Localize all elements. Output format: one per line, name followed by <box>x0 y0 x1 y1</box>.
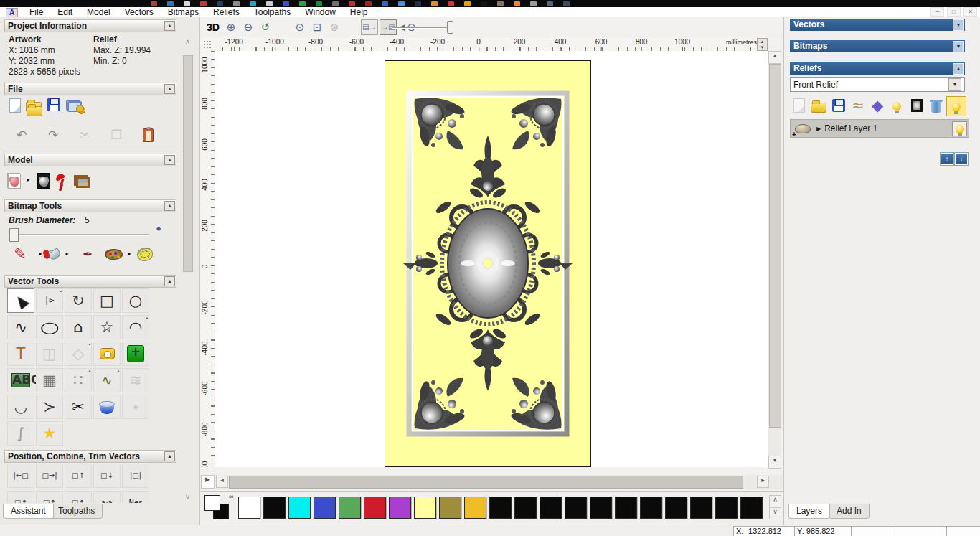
colour-swatch[interactable] <box>238 497 260 519</box>
zoom-out-icon[interactable]: ⊖ <box>240 19 257 35</box>
invert-relief-icon[interactable] <box>37 173 50 188</box>
text-on-curve-tool[interactable]: ABC <box>7 368 34 392</box>
set-model-size-icon[interactable] <box>7 173 20 188</box>
offset-vectors-tool[interactable]: ◇ <box>65 342 92 366</box>
scroll-down-icon[interactable]: ∨ <box>182 492 193 503</box>
project-information-header[interactable]: Project Information ▲ <box>4 19 176 32</box>
block-copy-icon[interactable]: □↑ <box>65 491 92 503</box>
scroll-right-icon[interactable]: ▸ <box>757 476 769 488</box>
save-model-icon[interactable] <box>47 98 60 111</box>
colour-swatch[interactable] <box>540 497 562 519</box>
new-relief-layer-icon[interactable] <box>790 96 809 115</box>
taskbar-app-icon[interactable] <box>167 1 174 6</box>
center-in-page-icon[interactable]: □↑ <box>7 491 34 503</box>
collapse-icon[interactable]: ▲ <box>164 155 175 165</box>
bisector-tool[interactable]: ≻ <box>36 395 63 419</box>
taskbar-app-icon[interactable] <box>563 1 570 6</box>
paste-icon[interactable] <box>135 123 161 146</box>
zoom-object-icon[interactable]: ⊛ <box>326 19 343 35</box>
play-animation-icon[interactable]: ▶ <box>201 475 215 489</box>
wrap-vectors-tool[interactable]: ★ <box>36 421 63 446</box>
colour-swatch[interactable] <box>565 497 587 519</box>
dropdown-arrow-icon[interactable]: ▼ <box>948 78 961 91</box>
colour-swatch[interactable] <box>263 497 286 519</box>
align-top-page-icon[interactable]: □↑ <box>36 491 63 503</box>
align-bottom-icon[interactable]: □↓ <box>93 464 121 488</box>
tab-add-in[interactable]: Add In <box>829 504 870 519</box>
view-zoom-slider-handle[interactable] <box>447 21 453 34</box>
collapse-icon[interactable]: ▲ <box>164 21 175 31</box>
taskbar-app-icon[interactable] <box>481 1 487 6</box>
brush-slider-handle[interactable] <box>9 228 19 242</box>
relief-layer-name[interactable]: Relief Layer 1 <box>824 123 877 133</box>
taskbar-app-icon[interactable] <box>349 1 355 6</box>
relief-select-dropdown[interactable]: Front Relief <box>790 77 965 92</box>
vector-doctor-tool[interactable] <box>93 395 121 419</box>
greyscale-relief-icon[interactable] <box>908 96 926 115</box>
taskbar-app-icon[interactable] <box>233 1 240 6</box>
assistant-scrollbar[interactable]: ∧ ∨ <box>182 37 193 503</box>
layer-visibility-button[interactable] <box>952 121 967 136</box>
node-editing-tool[interactable]: │⊳ <box>36 288 63 313</box>
menu-item[interactable]: File <box>22 8 50 17</box>
relief-clipart-icon[interactable]: ≈ <box>849 96 867 115</box>
taskbar-app-icon[interactable] <box>184 1 190 6</box>
paint-icon[interactable]: ✎ <box>7 243 33 265</box>
taskbar-app-icon[interactable] <box>398 1 405 6</box>
center-horizontal-icon[interactable]: |□| <box>122 464 149 488</box>
trim-vectors-tool[interactable]: ✂ <box>65 395 92 419</box>
taskbar-app-icon[interactable] <box>250 1 256 6</box>
bitmaps-panel-header[interactable]: Bitmaps ▼ <box>790 40 965 52</box>
view-zoom-slider[interactable] <box>392 27 450 29</box>
colour-swatch[interactable] <box>389 497 411 519</box>
collapse-icon[interactable]: ▲ <box>164 451 175 461</box>
reliefs-panel-header[interactable]: Reliefs ▲ <box>790 62 965 75</box>
align-top-icon[interactable]: □↑ <box>65 464 92 488</box>
create-star-tool[interactable]: ☆ <box>93 315 121 339</box>
copy-icon[interactable]: ❐ <box>103 123 129 146</box>
create-circle-tool[interactable]: ○ <box>122 288 149 313</box>
taskbar-app-icon[interactable] <box>332 1 339 6</box>
taskbar-app-icon[interactable] <box>365 1 372 6</box>
flyout-arrow-icon[interactable]: ▸ <box>25 169 32 192</box>
wrap-text-tool[interactable]: ◫ <box>36 342 63 366</box>
colour-swatch[interactable] <box>715 497 738 519</box>
taskbar-app-icon[interactable] <box>151 1 157 6</box>
snap-grid-toggle-icon[interactable]: ▤→ <box>361 19 378 35</box>
scrollbar-thumb[interactable] <box>229 476 743 489</box>
colour-swatch[interactable] <box>489 497 512 519</box>
move-layer-down-button[interactable]: ↓ <box>955 153 968 165</box>
relief-layer-row[interactable]: + ▶ Relief Layer 1 <box>790 119 969 138</box>
create-text-tool[interactable]: T <box>7 342 34 366</box>
tab-toolpaths[interactable]: Toolpaths <box>50 504 103 519</box>
undo-icon[interactable]: ↶ <box>9 123 34 146</box>
colour-swatch[interactable] <box>665 497 687 519</box>
artwork-canvas[interactable] <box>385 60 591 467</box>
taskbar-app-icon[interactable] <box>217 1 223 6</box>
taskbar-app-icon[interactable] <box>497 1 504 6</box>
preferences-icon[interactable] <box>66 100 80 111</box>
ruler-corner-handle[interactable] <box>200 37 215 52</box>
close-button[interactable]: ✕ <box>963 7 977 17</box>
taskbar-app-icon[interactable] <box>448 1 454 6</box>
slice-vectors-tool[interactable]: ∫ <box>7 421 34 446</box>
vector-tools-header[interactable]: Vector Tools ▲ <box>4 275 176 288</box>
scroll-left-icon[interactable]: ◂ <box>216 476 228 488</box>
model-viewport[interactable] <box>215 51 768 467</box>
taskbar-app-icon[interactable] <box>299 1 306 6</box>
model-section-header[interactable]: Model ▲ <box>4 154 176 166</box>
sketch-tool[interactable]: ≋ <box>122 368 149 392</box>
scroll-down-icon[interactable]: ▾ <box>768 456 781 469</box>
new-model-icon[interactable] <box>9 98 20 112</box>
position-combine-header[interactable]: Position, Combine, Trim Vectors ▲ <box>4 450 176 463</box>
file-section-header[interactable]: File ▲ <box>4 83 176 95</box>
collapse-up-icon[interactable]: ▲ <box>953 63 964 75</box>
taskbar-app-icon[interactable] <box>283 1 289 6</box>
merge-relief-icon[interactable]: ◆ <box>868 96 887 115</box>
scrollbar-thumb[interactable] <box>769 64 781 428</box>
horizontal-scrollbar[interactable]: ▶ ◂ ▸ <box>200 475 783 489</box>
tab-assistant[interactable]: Assistant <box>3 504 54 519</box>
taskbar-app-icon[interactable] <box>316 1 322 6</box>
expand-down-icon[interactable]: ▼ <box>953 41 964 52</box>
fit-arcs-tool[interactable]: ◡ <box>7 395 34 419</box>
